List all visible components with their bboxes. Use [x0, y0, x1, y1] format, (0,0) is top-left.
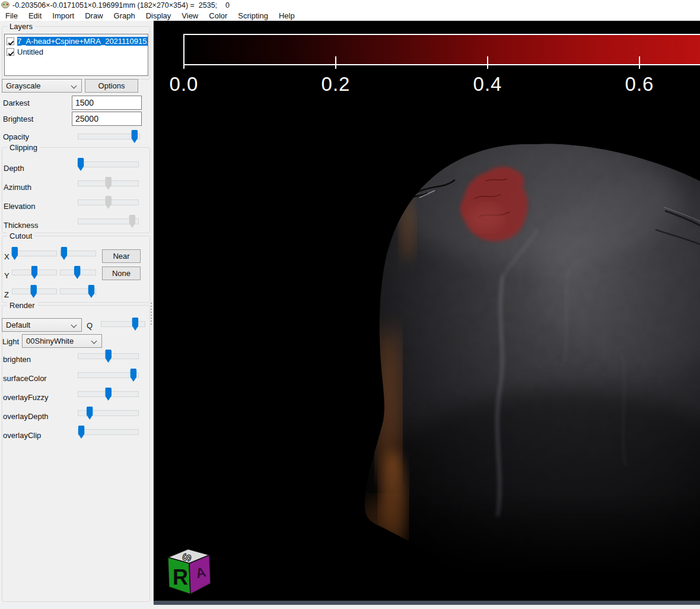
brighten-label: brighten	[3, 355, 31, 364]
layer-label[interactable]: Untitled	[17, 47, 43, 56]
colorbar	[183, 34, 700, 65]
cube-right-label: R	[173, 565, 188, 589]
render-mode-combobox[interactable]: Default	[2, 318, 82, 332]
menu-help[interactable]: Help	[273, 11, 300, 20]
colormap-combobox[interactable]: Grayscale	[2, 79, 82, 93]
menu-bar: File Edit Import Draw Graph Display View…	[0, 10, 700, 21]
light-combobox[interactable]: 00ShinyWhite	[22, 334, 102, 348]
opacity-slider[interactable]	[78, 134, 140, 139]
menu-display[interactable]: Display	[141, 11, 177, 20]
menu-color[interactable]: Color	[203, 11, 233, 20]
viewport-bottom-bar[interactable]	[154, 601, 700, 605]
menu-edit[interactable]: Edit	[23, 11, 47, 20]
colorbar-tick	[335, 56, 336, 69]
layer-checkbox[interactable]	[7, 48, 14, 56]
chevron-down-icon	[71, 83, 77, 89]
clip-thickness-slider[interactable]	[78, 218, 139, 224]
cutout-x-slider-min[interactable]	[12, 250, 57, 256]
cutout-panel-title: Cutout	[7, 231, 34, 240]
overlayclip-label: overlayClip	[3, 431, 41, 440]
menu-graph[interactable]: Graph	[109, 11, 141, 20]
status-strip	[0, 605, 700, 609]
layer-item-overlay[interactable]: Untitled	[5, 46, 148, 57]
layers-panel-title: Layers	[7, 22, 35, 31]
colorbar-tick	[487, 56, 488, 69]
cutout-none-button[interactable]: None	[102, 267, 141, 280]
quality-slider[interactable]	[101, 321, 145, 327]
menu-draw[interactable]: Draw	[79, 11, 108, 20]
near-button-label: Near	[113, 252, 129, 261]
sidebar-splitter-grip[interactable]	[149, 303, 153, 329]
none-button-label: None	[112, 269, 131, 278]
colorbar-tick	[183, 56, 184, 69]
clip-azimuth-slider[interactable]	[78, 180, 139, 186]
layer-label[interactable]: 7_A-head+Cspine+MRA_20211109151	[17, 37, 148, 46]
light-value: 00ShinyWhite	[26, 337, 74, 345]
app-window: -0.203506×-0.0171051×0.196991mm (182×270…	[0, 0, 700, 609]
cutout-near-button[interactable]: Near	[102, 249, 141, 263]
light-label: Light	[2, 337, 19, 347]
options-button-label: Options	[98, 81, 125, 90]
menu-view[interactable]: View	[176, 11, 203, 20]
clip-elevation-label: Elevation	[4, 202, 35, 211]
layer-list[interactable]: 7_A-head+Cspine+MRA_20211109151 Untitled	[4, 34, 148, 76]
overlaydepth-label: overlayDepth	[3, 412, 49, 421]
menu-import[interactable]: Import	[47, 11, 79, 20]
clip-depth-slider[interactable]	[78, 161, 139, 167]
clip-depth-label: Depth	[4, 164, 24, 173]
cutout-y-slider-max[interactable]	[60, 269, 96, 275]
app-icon	[1, 1, 10, 9]
menu-scripting[interactable]: Scripting	[233, 11, 273, 20]
cutout-y-slider-min[interactable]	[12, 269, 57, 275]
surfacecolor-label: surfaceColor	[3, 374, 47, 383]
chevron-down-icon	[71, 322, 77, 328]
colorbar-label: 0.0	[170, 73, 199, 96]
clipping-panel-title: Clipping	[7, 143, 40, 152]
colorbar-tick	[639, 56, 640, 69]
colorbar-label: 0.6	[625, 73, 654, 96]
layer-checkbox[interactable]	[7, 37, 14, 45]
darkest-label: Darkest	[3, 99, 30, 108]
brightest-input[interactable]	[72, 112, 142, 126]
render-viewport[interactable]: 0.0 0.2 0.4 0.6 S R A	[154, 21, 700, 601]
surfacecolor-slider[interactable]	[78, 372, 139, 378]
darkest-input[interactable]	[72, 96, 142, 110]
title-bar: -0.203506×-0.0171051×0.196991mm (182×270…	[0, 0, 700, 10]
cutout-z-label: Z	[4, 290, 9, 300]
overlayfuzzy-slider[interactable]	[78, 391, 139, 397]
slider-thumb[interactable]	[131, 130, 138, 143]
overlayclip-slider[interactable]	[78, 429, 139, 435]
volume-render-head[interactable]	[154, 21, 700, 601]
menu-file[interactable]: File	[0, 11, 23, 20]
clip-elevation-slider[interactable]	[78, 199, 139, 205]
colorbar-label: 0.4	[473, 73, 502, 96]
cutout-x-label: X	[4, 252, 9, 262]
colorbar-label: 0.2	[322, 73, 351, 96]
cutout-y-label: Y	[4, 271, 9, 281]
brighten-slider[interactable]	[78, 353, 139, 359]
clip-azimuth-label: Azimuth	[4, 183, 31, 192]
cutout-x-slider-max[interactable]	[60, 250, 96, 256]
options-button[interactable]: Options	[85, 79, 138, 93]
brightest-label: Brightest	[3, 115, 33, 124]
overlaydepth-slider[interactable]	[78, 410, 139, 416]
window-title: -0.203506×-0.0171051×0.196991mm (182×270…	[12, 1, 230, 9]
colormap-value: Grayscale	[6, 81, 41, 90]
quality-label: Q	[87, 321, 93, 331]
cutout-z-slider-max[interactable]	[60, 288, 96, 294]
render-panel-title: Render	[7, 301, 37, 310]
cutout-z-slider-min[interactable]	[12, 288, 57, 294]
render-panel: Render	[2, 305, 150, 602]
opacity-label: Opacity	[3, 132, 29, 142]
clip-thickness-label: Thickness	[4, 221, 39, 230]
chevron-down-icon	[91, 338, 97, 344]
orientation-cube[interactable]: S R A	[161, 544, 215, 601]
overlayfuzzy-label: overlayFuzzy	[3, 393, 49, 402]
control-sidebar: Layers 7_A-head+Cspine+MRA_20211109151 U…	[0, 21, 154, 604]
layer-item-active[interactable]: 7_A-head+Cspine+MRA_20211109151	[5, 36, 148, 46]
render-mode-value: Default	[6, 321, 30, 329]
